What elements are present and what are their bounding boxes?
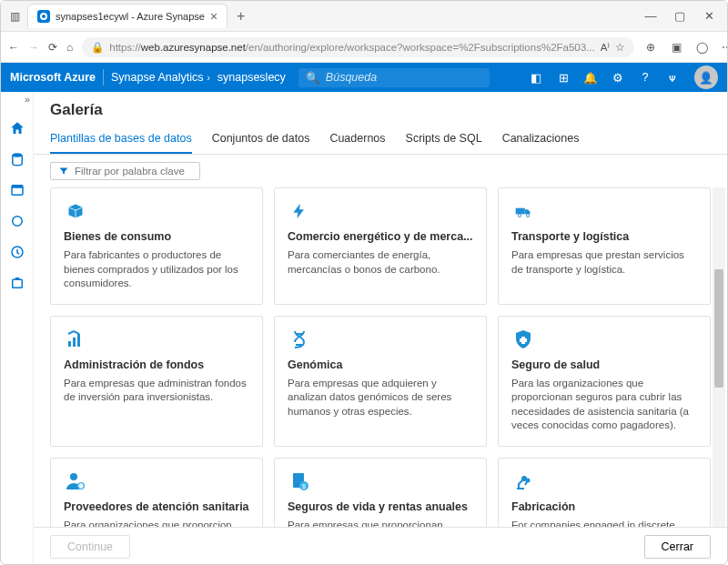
card-title: Fabricación xyxy=(511,500,697,513)
svg-rect-10 xyxy=(73,338,76,347)
user-avatar[interactable]: 👤 xyxy=(694,66,718,89)
card-consumer-goods[interactable]: Bienes de consumo Para fabricantes o pro… xyxy=(50,187,263,305)
card-title: Bienes de consumo xyxy=(64,230,249,243)
back-icon[interactable]: ← xyxy=(8,39,19,55)
scrollbar[interactable] xyxy=(713,187,725,527)
breadcrumb-workspace[interactable]: synapseslecy xyxy=(217,71,286,84)
card-desc: Para las organizaciones que proporcionan… xyxy=(511,377,697,433)
brand-label[interactable]: Microsoft Azure xyxy=(10,71,96,84)
refresh-icon[interactable]: ⟳ xyxy=(48,39,57,55)
card-desc: Para empresas que adquieren y analizan d… xyxy=(288,377,473,419)
gallery-scroll: Bienes de consumo Para fabricantes o pro… xyxy=(34,187,727,527)
card-desc: Para empresas que prestan servicios de t… xyxy=(511,248,697,277)
card-desc: Para organizaciones que proporcion xyxy=(64,519,249,527)
synapse-favicon-icon xyxy=(37,10,50,23)
card-desc: Para empresas que proporcionan xyxy=(288,519,473,527)
svg-point-0 xyxy=(12,153,22,157)
card-manufacturing[interactable]: Fabricación For companies engaged in dis… xyxy=(498,458,711,527)
settings-icon[interactable]: ⚙ xyxy=(611,71,625,85)
tasks-icon[interactable]: ⊞ xyxy=(556,71,571,85)
svg-rect-6 xyxy=(516,208,525,215)
maximize-icon[interactable]: ▢ xyxy=(672,9,687,23)
header-actions: ◧ ⊞ 🔔 ⚙ ? ᴪ xyxy=(529,71,680,85)
monitor-rail-icon[interactable] xyxy=(8,243,26,261)
shield-health-icon xyxy=(511,328,535,351)
svg-point-7 xyxy=(518,214,521,217)
profile-icon[interactable]: ◯ xyxy=(694,41,709,54)
home-rail-icon[interactable] xyxy=(8,119,26,137)
favorite-icon[interactable]: ☆ xyxy=(615,41,625,54)
svg-rect-2 xyxy=(12,186,23,188)
card-title: Administración de fondos xyxy=(64,358,249,371)
data-rail-icon[interactable] xyxy=(8,150,26,168)
manage-rail-icon[interactable] xyxy=(8,274,26,292)
home-icon[interactable]: ⌂ xyxy=(66,39,73,55)
url-field[interactable]: 🔒 https://web.azuresynapse.net/en/author… xyxy=(82,37,634,57)
collections-icon[interactable]: ▣ xyxy=(669,41,683,54)
breadcrumb-synapse[interactable]: Synapse Analytics › xyxy=(111,71,210,84)
url-text: https://web.azuresynapse.net/en/authorin… xyxy=(109,42,594,53)
svg-rect-5 xyxy=(15,277,19,279)
read-aloud-icon[interactable]: A⁾ xyxy=(601,41,611,54)
card-health-insurance[interactable]: Seguro de salud Para las organizaciones … xyxy=(498,316,711,447)
more-icon[interactable]: ⋯ xyxy=(720,41,728,54)
tab-actions-icon[interactable]: ▥ xyxy=(6,10,24,23)
scrollbar-thumb[interactable] xyxy=(714,269,723,388)
favorites-bar-icon[interactable]: ⊕ xyxy=(643,41,658,54)
tab-pipelines[interactable]: Canalizaciones xyxy=(502,125,580,154)
card-energy-trading[interactable]: Comercio energético y de merca... Para c… xyxy=(274,187,487,305)
integrate-rail-icon[interactable] xyxy=(8,212,26,230)
dialog-footer: Continue Cerrar xyxy=(34,527,727,565)
window-controls: — ▢ ✕ xyxy=(643,9,722,23)
filter-input[interactable]: Filtrar por palabra clave xyxy=(50,162,200,180)
card-transport[interactable]: Transporte y logística Para empresas que… xyxy=(498,187,711,305)
dna-icon xyxy=(288,328,311,351)
card-desc: For companies engaged in discrete xyxy=(511,519,697,527)
card-healthcare-providers[interactable]: Proveedores de atención sanitaria Para o… xyxy=(50,458,263,527)
card-grid: Bienes de consumo Para fabricantes o pro… xyxy=(50,187,711,527)
card-title: Transporte y logística xyxy=(511,230,697,243)
new-tab-button[interactable]: + xyxy=(231,8,250,25)
filter-placeholder: Filtrar por palabra clave xyxy=(75,166,185,177)
azure-header: Microsoft Azure Synapse Analytics › syna… xyxy=(1,63,727,92)
close-window-icon[interactable]: ✕ xyxy=(702,9,716,23)
card-desc: Para empresas que administran fondos de … xyxy=(64,377,249,405)
develop-rail-icon[interactable] xyxy=(8,181,26,199)
gallery-tabs: Plantillas de bases de datos Conjuntos d… xyxy=(34,125,727,155)
minimize-icon[interactable]: — xyxy=(643,9,658,23)
rail-expand-icon[interactable]: » xyxy=(25,94,30,105)
tab-database-templates[interactable]: Plantillas de bases de datos xyxy=(50,125,192,154)
box-icon xyxy=(64,199,87,223)
robot-arm-icon xyxy=(511,469,535,493)
tab-sql-scripts[interactable]: Scripts de SQL xyxy=(406,125,482,154)
browser-tab[interactable]: synapses1ecywl - Azure Synapse × xyxy=(27,4,228,28)
card-fund-management[interactable]: Administración de fondos Para empresas q… xyxy=(50,316,263,447)
close-button[interactable]: Cerrar xyxy=(644,535,711,559)
svg-point-20 xyxy=(527,479,530,481)
card-title: Genómica xyxy=(288,358,473,371)
tab-close-icon[interactable]: × xyxy=(210,9,217,24)
main-content: Galería Plantillas de bases de datos Con… xyxy=(34,92,727,565)
card-life-insurance[interactable]: $ Seguros de vida y rentas anuales Para … xyxy=(274,458,487,527)
tab-notebooks[interactable]: Cuadernos xyxy=(329,125,385,154)
toolbar-icons: ⊕ ▣ ◯ ⋯ xyxy=(643,41,728,54)
diagnostics-icon[interactable]: ᴪ xyxy=(665,71,680,85)
page-title: Galería xyxy=(34,92,727,125)
card-desc: Para comerciantes de energía, mercancías… xyxy=(288,248,473,277)
feedback-icon[interactable]: ◧ xyxy=(529,71,543,85)
svg-point-14 xyxy=(70,473,77,480)
tab-strip: synapses1ecywl - Azure Synapse × + xyxy=(27,4,250,28)
browser-tab-title: synapses1ecywl - Azure Synapse xyxy=(56,11,205,22)
notifications-icon[interactable]: 🔔 xyxy=(583,71,598,85)
svg-rect-4 xyxy=(12,279,22,288)
header-search[interactable]: 🔍 Búsqueda xyxy=(298,68,490,87)
energy-icon xyxy=(288,199,311,223)
search-icon: 🔍 xyxy=(306,71,320,85)
card-genomics[interactable]: Genómica Para empresas que adquieren y a… xyxy=(274,316,487,447)
left-rail: » xyxy=(1,92,34,565)
help-icon[interactable]: ? xyxy=(638,71,652,84)
svg-point-19 xyxy=(522,477,526,480)
continue-button: Continue xyxy=(50,535,130,559)
filter-icon xyxy=(58,166,69,177)
tab-datasets[interactable]: Conjuntos de datos xyxy=(212,125,310,154)
